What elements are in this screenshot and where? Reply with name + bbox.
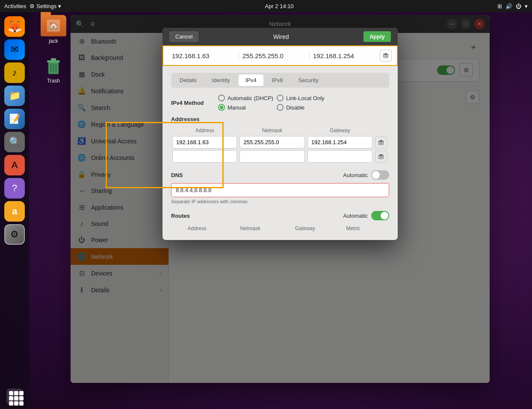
routes-toggle-knob xyxy=(381,212,388,219)
trash-desktop[interactable]: Trash xyxy=(34,56,73,94)
routes-section: Routes Automatic Address Netmas xyxy=(171,211,389,233)
address-input-2[interactable] xyxy=(172,150,237,163)
dock-rhythmbox[interactable]: ♪ xyxy=(4,62,25,83)
addresses-table: Address Netmask Gateway xyxy=(171,126,389,163)
svg-rect-8 xyxy=(385,53,387,54)
dock-settings[interactable]: ⚙ xyxy=(4,224,25,245)
radio-disable[interactable]: Disable xyxy=(277,104,332,111)
tab-security[interactable]: Security xyxy=(292,74,325,86)
highlight-ip: 192.168.1.63 xyxy=(168,52,239,59)
dock-help[interactable]: ? xyxy=(4,178,25,199)
connector-line-right xyxy=(222,122,224,188)
col-netmask: Netmask xyxy=(238,126,306,135)
svg-rect-20 xyxy=(380,154,382,155)
address-row-2 xyxy=(171,149,389,163)
routes-title: Routes xyxy=(171,213,190,219)
power-menu-icon[interactable]: ⏻ xyxy=(516,3,521,9)
settings-dock-icon: ⚙ xyxy=(10,229,19,240)
address-highlight-box: 192.168.1.63 255.255.255.0 192.168.1.254 xyxy=(163,45,398,66)
dock-writer[interactable]: 📝 xyxy=(4,109,25,129)
routes-col-action xyxy=(374,224,389,233)
routes-col-address: Address xyxy=(171,224,223,233)
radio-link-local[interactable]: Link-Local Only xyxy=(277,95,332,101)
radio-row-1: Automatic (DHCP) Link-Local Only xyxy=(218,95,332,101)
dns-toggle-knob xyxy=(372,171,380,179)
svg-rect-14 xyxy=(380,140,382,141)
connector-line-left xyxy=(106,122,107,188)
routes-toggle[interactable] xyxy=(371,211,389,220)
tab-identity[interactable]: Identity xyxy=(205,74,237,86)
dns-input[interactable] xyxy=(171,184,389,197)
settings-window: 🔍 ≡ Network — □ ✕ ⊕ Bluetooth 🖼 Backgrou… xyxy=(71,15,490,383)
dialog-title: Wired xyxy=(203,33,359,40)
address-input-1[interactable] xyxy=(172,136,237,148)
home-icon: 🏠 xyxy=(47,20,60,32)
routes-table: Address Netmask Gateway Metric xyxy=(171,224,389,233)
radio-manual[interactable]: Manual xyxy=(218,104,273,111)
settings-gear-icon: ⚙ xyxy=(30,3,35,9)
dock-appstore[interactable]: A xyxy=(4,155,25,175)
tab-ipv4[interactable]: IPv4 xyxy=(239,74,263,86)
gateway-input-2[interactable] xyxy=(307,150,372,163)
volume-icon[interactable]: 🔊 xyxy=(505,3,512,9)
dock-amazon[interactable]: a xyxy=(4,201,25,222)
ipv4-method-row: IPv4 Method Automatic (DHCP) Link-Local … xyxy=(171,95,389,111)
dialog-apply-button[interactable]: Apply xyxy=(364,31,391,42)
radio-dhcp-label: Automatic (DHCP) xyxy=(228,95,273,101)
topbar: Activities ⚙ Settings ▾ Apr 2 14:10 ⊞ 🔊 … xyxy=(0,0,532,12)
datetime-label: Apr 2 14:10 xyxy=(265,3,294,9)
activities-button[interactable]: Activities xyxy=(4,3,26,9)
radio-disable-label: Disable xyxy=(286,104,304,111)
routes-automatic-row: Automatic xyxy=(343,211,389,220)
apps-grid-icon xyxy=(6,388,23,405)
connector-line-top xyxy=(106,122,224,123)
radio-dhcp[interactable]: Automatic (DHCP) xyxy=(218,95,273,101)
netmask-input-1[interactable] xyxy=(239,136,304,148)
tab-details[interactable]: Details xyxy=(173,74,204,86)
routes-col-metric: Metric xyxy=(332,224,374,233)
appstore-icon: A xyxy=(12,160,18,171)
settings-menu-button[interactable]: ⚙ Settings ▾ xyxy=(30,3,61,9)
addresses-title: Addresses xyxy=(171,116,389,122)
ipv4-radio-group: Automatic (DHCP) Link-Local Only Manual xyxy=(218,95,332,111)
show-apps-button[interactable] xyxy=(6,388,23,405)
routes-col-netmask: Netmask xyxy=(223,224,278,233)
radio-row-2: Manual Disable xyxy=(218,104,332,111)
topbar-dropdown-icon[interactable]: ▾ xyxy=(525,3,528,9)
writer-icon: 📝 xyxy=(9,113,21,124)
dns-toggle[interactable] xyxy=(371,170,389,180)
radio-manual-label: Manual xyxy=(228,104,246,111)
dock-firefox[interactable]: 🦊 xyxy=(4,16,25,37)
highlight-gateway: 192.168.1.254 xyxy=(310,52,380,59)
connector-line-bottom xyxy=(106,187,224,188)
files-icon: 📁 xyxy=(9,90,21,101)
dock-files[interactable]: 📁 xyxy=(4,86,25,106)
jack-folder-icon: 🏠 xyxy=(41,15,66,36)
thunderbird-icon: ✉ xyxy=(11,44,18,55)
radio-link-local-circle xyxy=(277,95,284,101)
firefox-icon: 🦊 xyxy=(7,20,22,34)
dock-search[interactable]: 🔍 xyxy=(4,132,25,152)
delete-address-1[interactable] xyxy=(375,136,387,148)
dns-input-wrap xyxy=(171,183,389,197)
help-icon: ? xyxy=(12,183,17,194)
network-status-icon[interactable]: ⊞ xyxy=(497,3,502,9)
routes-header: Routes Automatic xyxy=(171,211,389,220)
routes-col-gateway: Gateway xyxy=(278,224,332,233)
dialog-tabs: Details Identity IPv4 IPv6 Security xyxy=(171,73,389,88)
delete-address-2[interactable] xyxy=(375,151,387,163)
col-gateway: Gateway xyxy=(306,126,374,135)
gateway-input-1[interactable] xyxy=(307,136,372,148)
radio-dhcp-circle xyxy=(218,95,225,101)
dialog-titlebar: Cancel Wired Apply xyxy=(163,28,398,45)
highlight-delete-button[interactable] xyxy=(380,50,392,62)
netmask-input-2[interactable] xyxy=(239,150,304,163)
tab-ipv6[interactable]: IPv6 xyxy=(265,74,290,86)
dock-thunderbird[interactable]: ✉ xyxy=(4,39,25,60)
dns-automatic-row: Automatic xyxy=(343,170,389,180)
jack-folder-desktop[interactable]: 🏠 jack xyxy=(34,15,73,53)
ipv4-method-label: IPv4 Method xyxy=(171,100,214,106)
amazon-icon: a xyxy=(12,206,17,217)
dialog-cancel-button[interactable]: Cancel xyxy=(169,31,198,42)
dns-header: DNS Automatic xyxy=(171,170,389,180)
